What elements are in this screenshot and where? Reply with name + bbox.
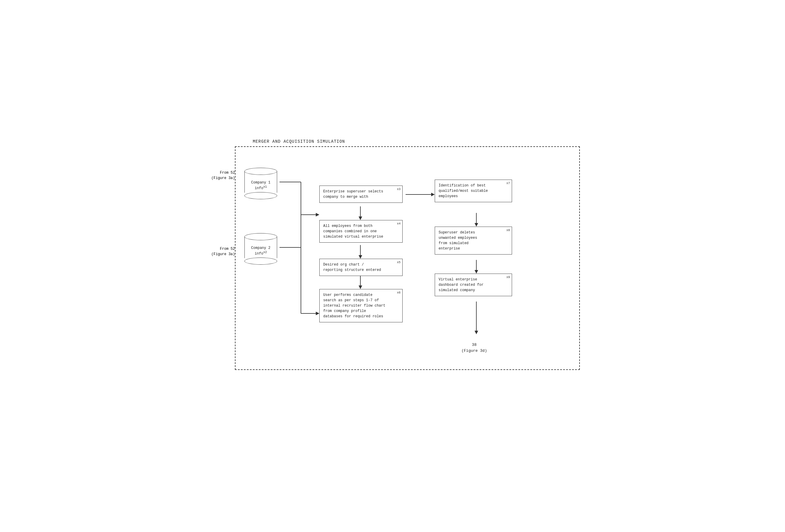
dashed-border-box: Company 1 infox1 Company 2 infox2 x3 Ent… <box>235 146 580 370</box>
cylinder-bottom-2 <box>245 257 277 265</box>
from-label-2: From 52 (Figure 3a) <box>211 246 235 257</box>
flow-box-7: x7 Identification of best qualified/most… <box>435 180 512 202</box>
from-label-1: From 52 (Figure 3a) <box>211 170 235 181</box>
cylinder-label-2: Company 2 infox2 <box>245 246 277 257</box>
database-1: Company 1 infox1 <box>245 168 277 199</box>
flow-box-3: x3 Enterprise superuser selects company … <box>319 185 403 203</box>
diagram-title: MERGER AND ACQUISITION SIMULATION <box>253 139 345 144</box>
page-container: MERGER AND ACQUISITION SIMULATION From 5… <box>196 133 589 399</box>
cylinder-bottom-1 <box>245 192 277 199</box>
flow-box-4: x4 All employees from both companies com… <box>319 220 403 243</box>
bottom-number: 38 <box>461 342 487 348</box>
bottom-figure: (Figure 3d) <box>461 348 487 354</box>
flow-box-8: x8 Superuser deletes unwanted employees … <box>435 227 512 255</box>
bottom-label: 38 (Figure 3d) <box>461 342 487 354</box>
flow-box-5: x5 Desired org chart / reporting structu… <box>319 259 403 276</box>
database-2: Company 2 infox2 <box>245 233 277 265</box>
cylinder-label-1: Company 1 infox1 <box>245 180 277 191</box>
flow-box-6: x6 User performs candidate search as per… <box>319 289 403 322</box>
cylinder-top-1 <box>245 168 277 175</box>
flow-box-9: x9 Virtual enterprise dashboard created … <box>435 274 512 296</box>
cylinder-top-2 <box>245 233 277 240</box>
